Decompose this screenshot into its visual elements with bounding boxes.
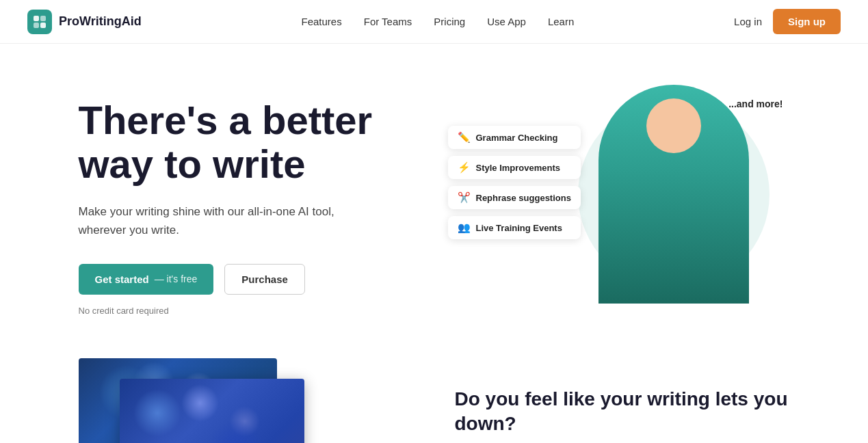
purchase-button[interactable]: Purchase	[224, 264, 305, 295]
nav-for-teams[interactable]: For Teams	[364, 16, 412, 27]
brand-name: ProWritingAid	[59, 14, 142, 29]
more-label: ...and more!	[728, 98, 782, 109]
hero-right: ✦ ...and more! ✏️ Grammar Checking ⚡ Sty…	[448, 85, 790, 317]
person-head	[646, 98, 701, 153]
hero-section: There's a better way to write Make your …	[24, 44, 845, 345]
get-started-button[interactable]: Get started — it's free	[79, 264, 214, 295]
svg-rect-1	[40, 16, 46, 21]
hero-subtitle: Make your writing shine with our all-in-…	[79, 202, 352, 239]
hero-left: There's a better way to write Make your …	[79, 85, 448, 316]
feature-card-grammar: ✏️ Grammar Checking	[448, 126, 581, 149]
nav-use-app[interactable]: Use App	[487, 16, 526, 27]
login-button[interactable]: Log in	[734, 16, 762, 27]
no-cc-text: No credit card required	[79, 306, 421, 316]
feature-card-training: 👥 Live Training Events	[448, 216, 581, 239]
free-label: — it's free	[155, 273, 198, 284]
feature-card-style: ⚡ Style Improvements	[448, 156, 581, 179]
navbar: ProWritingAid Features For Teams Pricing…	[0, 0, 868, 44]
svg-rect-2	[34, 23, 39, 28]
style-icon: ⚡	[458, 161, 471, 174]
nav-features[interactable]: Features	[302, 16, 342, 27]
starry-night-area: My idea in my head	[79, 358, 414, 443]
section-title: Do you feel like your writing lets you d…	[455, 387, 790, 437]
hero-title: There's a better way to write	[79, 98, 421, 186]
painting-front	[120, 379, 304, 443]
style-label: Style Improvements	[476, 163, 561, 173]
feature-card-rephrase: ✂️ Rephrase suggestions	[448, 186, 581, 209]
rephrase-label: Rephrase suggestions	[476, 193, 571, 203]
logo-icon	[27, 10, 52, 34]
svg-rect-0	[34, 16, 39, 21]
grammar-icon: ✏️	[458, 131, 471, 144]
hero-buttons: Get started — it's free Purchase	[79, 264, 421, 295]
logo[interactable]: ProWritingAid	[27, 10, 142, 34]
person-figure	[599, 85, 749, 304]
svg-rect-3	[40, 23, 46, 28]
grammar-label: Grammar Checking	[476, 133, 558, 143]
second-section: My idea in my head Do you feel like your…	[24, 345, 845, 443]
second-right: Do you feel like your writing lets you d…	[455, 387, 790, 443]
hero-illustration: ✦ ...and more! ✏️ Grammar Checking ⚡ Sty…	[448, 85, 790, 317]
nav-links: Features For Teams Pricing Use App Learn	[302, 16, 575, 28]
feature-cards: ✏️ Grammar Checking ⚡ Style Improvements…	[448, 126, 581, 239]
training-icon: 👥	[458, 222, 471, 234]
nav-actions: Log in Sign up	[734, 9, 841, 34]
signup-button[interactable]: Sign up	[773, 9, 841, 34]
nav-pricing[interactable]: Pricing	[434, 16, 465, 27]
nav-learn[interactable]: Learn	[548, 16, 574, 27]
rephrase-icon: ✂️	[458, 191, 471, 204]
training-label: Live Training Events	[476, 223, 562, 233]
get-started-label: Get started	[95, 273, 149, 285]
painting-stack: My idea in my head	[79, 358, 311, 443]
